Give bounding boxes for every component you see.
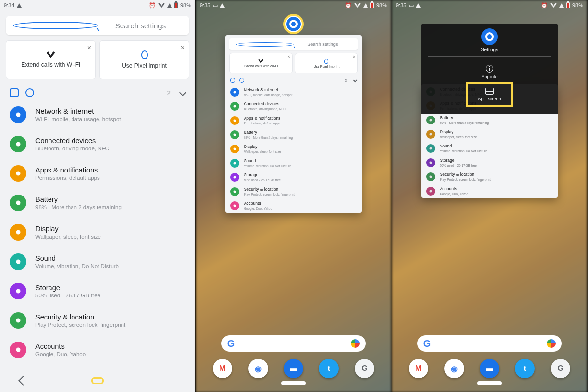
search-settings[interactable]: Search settings <box>6 16 189 35</box>
close-icon[interactable]: × <box>181 44 185 51</box>
home-pill[interactable] <box>281 381 306 385</box>
settings-item[interactable]: Accounts Google, Duo, Yahoo <box>421 184 558 198</box>
settings-item[interactable]: Sound Volume, vibration, Do Not Disturb <box>421 141 558 155</box>
dock-twitter[interactable]: t <box>515 359 535 378</box>
suggestion-label: Use Pixel Imprint <box>122 62 167 69</box>
settings-item[interactable]: Display Wallpaper, sleep, font size <box>421 127 558 141</box>
settings-item-icon <box>230 173 239 182</box>
settings-item-title: Apps & notifications <box>35 166 100 174</box>
settings-item-title: Network & internet <box>244 87 293 92</box>
svg-point-25 <box>429 190 432 192</box>
settings-item-title: Display <box>35 225 101 233</box>
screenshot-3-context-menu: 9:35▭ ⏰98% Settings App info Split scree… <box>392 0 588 392</box>
settings-item[interactable]: Network & internet Wi-Fi, mobile, data u… <box>225 85 362 99</box>
svg-point-6 <box>16 289 21 294</box>
battery-pct: 98% <box>180 2 191 8</box>
settings-item-subtitle: 50% used - 26.17 GB free <box>35 293 100 298</box>
settings-item-icon <box>230 116 239 125</box>
suggestion-card[interactable]: × Extend calls with Wi-Fi <box>229 53 293 74</box>
menu-app-info[interactable]: App info <box>475 62 503 82</box>
search-settings: Search settings <box>229 38 358 50</box>
svg-point-1 <box>16 142 21 147</box>
dock-chrome[interactable]: ◉ <box>248 359 268 378</box>
dock-messages[interactable]: ▬ <box>284 359 303 378</box>
settings-item[interactable]: Display Wallpaper, sleep, font size <box>225 142 362 156</box>
wifi-icon <box>258 59 263 63</box>
home-pill[interactable] <box>477 381 502 385</box>
dock-google[interactable]: G <box>355 359 374 378</box>
settings-item-title: Security & location <box>244 187 295 192</box>
recents-app-icon[interactable] <box>481 28 498 45</box>
settings-item[interactable]: Battery 98% - More than 2 days remaining <box>421 113 558 127</box>
settings-item[interactable]: Sound Volume, vibration, Do Not Disturb <box>225 156 362 170</box>
settings-item-icon <box>10 283 26 299</box>
svg-point-3 <box>16 201 21 205</box>
assistant-icon[interactable] <box>351 339 360 348</box>
suggestion-card[interactable]: × Use Pixel Imprint <box>295 53 358 74</box>
svg-point-15 <box>233 176 236 178</box>
settings-item[interactable]: Security & location Play Protect, screen… <box>421 170 558 184</box>
settings-item[interactable]: Network & internet Wi-Fi, mobile, data u… <box>0 100 195 129</box>
dock-gmail[interactable]: M <box>409 359 428 378</box>
suggestion-chip-row[interactable]: 2 <box>0 83 195 100</box>
settings-item-icon <box>230 201 239 210</box>
dock-google[interactable]: G <box>551 359 570 378</box>
signal-icon <box>363 3 368 8</box>
settings-item-subtitle: 98% - More than 2 days remaining <box>35 204 122 210</box>
settings-item[interactable]: Connected devices Bluetooth, driving mod… <box>225 99 362 113</box>
settings-item[interactable]: Connected devices Bluetooth, driving mod… <box>0 129 195 159</box>
settings-item[interactable]: Accounts Google, Duo, Yahoo <box>0 335 195 365</box>
settings-item-icon <box>10 106 26 123</box>
menu-split-screen[interactable]: Split screen <box>466 82 512 107</box>
settings-item[interactable]: Apps & notifications Permissions, defaul… <box>0 159 195 188</box>
settings-item-subtitle: Wallpaper, sleep, font size <box>35 234 101 240</box>
settings-item[interactable]: Storage 50% used - 26.17 GB free <box>421 155 558 170</box>
settings-item[interactable]: Security & location Play Protect, screen… <box>225 184 362 198</box>
status-bar: 9:35▭ ⏰98% <box>196 0 391 11</box>
close-icon[interactable]: × <box>353 54 355 59</box>
close-icon[interactable]: × <box>287 54 290 59</box>
settings-item[interactable]: Display Wallpaper, sleep, font size <box>0 218 195 247</box>
chip-icon <box>25 88 34 97</box>
suggestion-label: Use Pixel Imprint <box>313 65 339 68</box>
settings-item-icon <box>426 116 435 124</box>
google-search-bar[interactable]: G <box>417 335 562 352</box>
dock-twitter[interactable]: t <box>319 359 339 378</box>
cast-icon: ▭ <box>213 2 218 9</box>
dock-messages[interactable]: ▬ <box>480 359 499 378</box>
settings-item-title: Network & internet <box>35 107 121 115</box>
settings-item[interactable]: Battery 98% - More than 2 days remaining <box>225 127 362 142</box>
back-button[interactable] <box>18 376 28 386</box>
settings-item[interactable]: Battery 98% - More than 2 days remaining <box>0 188 195 218</box>
search-icon <box>236 42 294 47</box>
recents-card-settings[interactable]: Search settings × Extend calls with Wi-F… <box>225 35 362 213</box>
settings-item-icon <box>10 224 26 241</box>
settings-item-icon <box>10 342 26 358</box>
suggestion-card[interactable]: × Extend calls with Wi-Fi <box>6 40 96 79</box>
gear-icon <box>289 20 298 28</box>
close-icon[interactable]: × <box>87 44 91 51</box>
recents-app-icon[interactable] <box>285 16 302 32</box>
svg-point-20 <box>429 119 432 121</box>
settings-item-title: Sound <box>35 254 119 262</box>
settings-item-title: Storage <box>244 172 281 177</box>
settings-item[interactable]: Storage 50% used - 26.17 GB free <box>225 170 362 184</box>
settings-item[interactable]: Sound Volume, vibration, Do Not Disturb <box>0 247 195 276</box>
settings-list: Network & internet Wi-Fi, mobile, data u… <box>225 85 362 213</box>
dock-chrome[interactable]: ◉ <box>444 359 464 378</box>
svg-point-8 <box>16 348 21 352</box>
suggestion-card[interactable]: × Use Pixel Imprint <box>99 40 189 79</box>
dock-gmail[interactable]: M <box>213 359 232 378</box>
assistant-icon[interactable] <box>547 339 556 348</box>
settings-item[interactable]: Accounts Google, Duo, Yahoo <box>225 198 362 213</box>
status-bar: 9:35▭ ⏰98% <box>392 0 587 11</box>
settings-item[interactable]: Security & location Play Protect, screen… <box>0 306 195 335</box>
settings-item-title: Storage <box>440 158 477 163</box>
settings-item[interactable]: Apps & notifications Permissions, defaul… <box>225 113 362 127</box>
settings-item-icon <box>426 144 435 153</box>
google-search-bar[interactable]: G <box>221 335 366 352</box>
settings-item[interactable]: Storage 50% used - 26.17 GB free <box>0 276 195 306</box>
settings-list[interactable]: Network & internet Wi-Fi, mobile, data u… <box>0 100 195 369</box>
settings-item-icon <box>230 102 239 111</box>
settings-item-subtitle: Volume, vibration, Do Not Disturb <box>440 149 487 153</box>
